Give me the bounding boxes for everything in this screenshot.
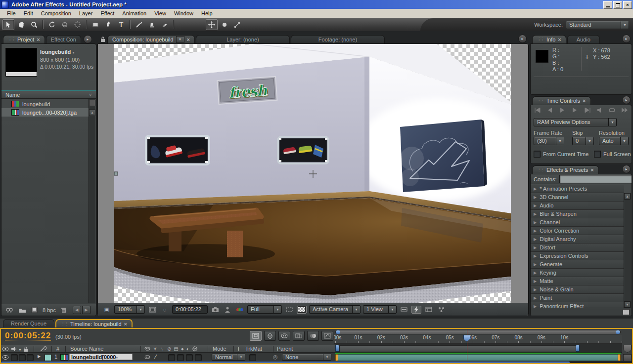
panel-menu-button[interactable]: ▸ — [518, 35, 527, 43]
comp-name[interactable]: loungebuild ▾ — [40, 48, 93, 56]
menu-item[interactable]: Window — [170, 9, 197, 17]
expand-icon[interactable]: ▶ — [534, 187, 537, 191]
effect-category-row[interactable]: ▶ 3D Channel — [531, 193, 624, 202]
layer-out-point-handle[interactable] — [618, 354, 621, 361]
close-icon[interactable]: × — [590, 166, 593, 174]
name-column-header[interactable]: Name ∨ — [1, 90, 96, 99]
dropdown-arrow-icon[interactable]: ▼ — [323, 354, 331, 360]
ram-preview-options-dropdown[interactable]: RAM Preview Options ▼ — [534, 118, 617, 126]
menu-item[interactable]: Layer — [75, 9, 97, 17]
lock-icon[interactable] — [100, 37, 105, 42]
dropdown-arrow-icon[interactable]: ▼ — [352, 306, 360, 313]
scrollbar-thumb[interactable] — [1, 362, 570, 364]
tab-timeline[interactable]: ⋮⋮ Timeline: loungebuild × — [55, 319, 133, 327]
layer-row[interactable]: ▶ 1 loungebuild[0000- ∕ Normal ▼ ◎ None … — [0, 353, 335, 361]
work-area-start-handle[interactable] — [335, 345, 339, 352]
play-button[interactable] — [557, 107, 567, 114]
layer-switch-box[interactable] — [168, 354, 175, 361]
close-button[interactable]: × — [623, 1, 632, 9]
current-timecode[interactable]: 0:00:05:22 — [5, 331, 51, 341]
tab-footage[interactable]: Footage: (none) — [291, 35, 385, 43]
effect-category-row[interactable]: ▶ Distort — [531, 243, 624, 252]
new-animation-preset-icon[interactable] — [623, 309, 630, 315]
skip-dropdown[interactable]: 0▼ — [572, 137, 594, 145]
effect-category-row[interactable]: ▶ Digital Anarchy — [531, 235, 624, 243]
pixel-aspect-correction-icon[interactable] — [399, 306, 409, 314]
dropdown-arrow-icon[interactable]: ▼ — [273, 306, 281, 313]
first-frame-button[interactable] — [533, 107, 543, 114]
type-tool[interactable]: T — [115, 19, 127, 30]
layer-duration-bar[interactable] — [335, 354, 621, 361]
mode-column-header[interactable]: Mode — [213, 346, 226, 352]
expand-icon[interactable]: ▶ — [534, 195, 537, 200]
tab-composition[interactable]: Composition: loungebuild ▼ × — [107, 35, 195, 43]
loop-icon[interactable] — [607, 107, 617, 114]
pen-tool[interactable] — [102, 19, 114, 30]
region-of-interest-icon[interactable] — [284, 306, 294, 314]
audio-switch-box[interactable] — [11, 354, 18, 361]
dropdown-arrow-icon[interactable]: ▼ — [608, 119, 616, 126]
trkmat-column-header[interactable]: TrkMat — [245, 346, 262, 352]
comp-mini-flowchart-button[interactable] — [250, 331, 262, 341]
scroll-up-icon[interactable]: ▲ — [624, 193, 631, 200]
zoom-tool[interactable] — [28, 19, 40, 30]
resolution-dropdown[interactable]: Full▼ — [247, 305, 282, 314]
effect-category-row[interactable]: ▶ Audio — [531, 202, 624, 210]
number-column-header[interactable]: # — [56, 346, 59, 352]
tab-layer[interactable]: Layer: (none) — [196, 35, 290, 43]
zoom-dropdown[interactable]: 100%▼ — [114, 305, 145, 314]
effect-category-row[interactable]: ▶ Color Correction — [531, 227, 624, 235]
snapshot-icon[interactable] — [210, 306, 220, 314]
menu-item[interactable]: Edit — [20, 9, 37, 17]
draft-3d-button[interactable] — [264, 331, 276, 341]
frame-blending-button[interactable] — [293, 331, 305, 341]
preserve-transparency-box[interactable] — [249, 354, 256, 361]
menu-item[interactable]: Composition — [37, 9, 75, 17]
expand-icon[interactable]: ▶ — [534, 203, 537, 208]
close-icon[interactable]: × — [558, 36, 561, 43]
flowchart-mini-icon[interactable] — [89, 100, 95, 106]
parent-column-header[interactable]: Parent — [277, 346, 293, 352]
project-settings-icon[interactable] — [31, 307, 38, 313]
comp-marker-bin-button[interactable] — [623, 345, 632, 353]
timeline-button-icon[interactable] — [424, 306, 434, 314]
effect-category-row[interactable]: ▶ Noise & Grain — [531, 285, 624, 294]
expand-icon[interactable]: ▶ — [534, 262, 537, 267]
source-name-column-header[interactable]: Source Name — [70, 346, 103, 352]
show-channels-icon[interactable] — [235, 306, 245, 314]
layer-in-point-handle[interactable] — [335, 354, 338, 361]
orbit-camera-tool[interactable] — [59, 19, 71, 30]
mask-visibility-icon[interactable]: ◌ — [160, 306, 170, 314]
last-frame-button[interactable] — [583, 107, 592, 114]
workspace-dropdown[interactable]: Standard ▼ — [566, 21, 629, 29]
close-icon[interactable]: × — [124, 320, 127, 328]
timeline-horizontal-scrollbar[interactable] — [0, 361, 633, 364]
layer-expand-icon[interactable]: ▶ — [38, 354, 41, 359]
expand-icon[interactable]: ▶ — [534, 245, 537, 250]
show-snapshot-icon[interactable] — [223, 306, 232, 314]
menu-item[interactable]: File — [3, 9, 20, 17]
view-3d-dropdown[interactable]: Active Camera▼ — [309, 305, 361, 314]
expand-icon[interactable]: ▶ — [534, 237, 537, 242]
parent-pickwhip-icon[interactable]: ◎ — [273, 354, 278, 360]
new-folder-icon[interactable] — [18, 307, 26, 313]
fast-previews-icon[interactable] — [411, 306, 421, 314]
expand-icon[interactable]: ▶ — [534, 254, 537, 258]
project-item-footage[interactable]: loungeb...00-0320].tga — [1, 108, 89, 117]
dropdown-arrow-icon[interactable]: ▼ — [586, 137, 593, 145]
track-camera-tool[interactable] — [72, 19, 84, 30]
layer-quality-icon[interactable]: ∕ — [155, 353, 156, 360]
dropdown-arrow-ic[interactable]: ▼ — [388, 306, 396, 313]
layer-shy-icon[interactable] — [144, 354, 150, 360]
delete-icon[interactable] — [61, 307, 67, 313]
dropdown-arrow-icon[interactable]: ▼ — [237, 354, 245, 360]
menu-item[interactable]: Help — [197, 9, 217, 17]
minimize-button[interactable] — [603, 1, 612, 9]
close-icon[interactable]: × — [37, 36, 40, 43]
previous-frame-button[interactable] — [545, 107, 555, 114]
expand-icon[interactable]: ▶ — [534, 287, 537, 292]
effect-category-row[interactable]: ▶ Channel — [531, 218, 624, 227]
rectangle-tool[interactable] — [90, 19, 101, 30]
bit-depth-label[interactable]: 8 bpc — [43, 307, 56, 313]
expand-icon[interactable]: ▶ — [534, 296, 537, 300]
